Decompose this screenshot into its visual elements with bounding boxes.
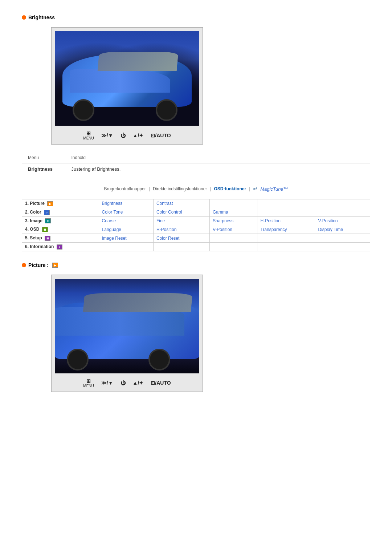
auto-icon-2: ⊡/AUTO	[151, 380, 171, 386]
empty-cell	[257, 208, 315, 216]
menu-label-2b: MENU	[83, 384, 94, 388]
sub-item-v-position[interactable]: V-Position	[315, 216, 370, 225]
brightness-button[interactable]: ▲/✦	[133, 133, 144, 138]
picture-section-header: Picture : ▶	[22, 262, 370, 268]
separator-2: |	[210, 186, 211, 191]
menu-label-4: 4. OSD	[25, 227, 39, 232]
brightness-button-2[interactable]: ▲/✦	[133, 380, 144, 386]
sub-item-display-time[interactable]: Display Time	[315, 225, 370, 234]
car-wheel-left-1	[73, 99, 94, 121]
osd-functions-table: 1. Picture ▶ Brightness Contrast 2. Colo…	[22, 199, 370, 251]
empty-cell	[210, 243, 257, 251]
monitor-display-2: ⊞ MENU ≫/▼ ⏻ ▲/✦ ⊡/AUTO	[51, 275, 203, 392]
separator-3: |	[249, 186, 250, 191]
sub-item-osd-h-position[interactable]: H-Position	[153, 225, 209, 234]
empty-cell	[99, 243, 153, 251]
table-header-row: Menu Indhold	[22, 152, 370, 163]
power-button[interactable]: ⏻	[121, 133, 126, 138]
menu-label-1: 1. Picture	[25, 201, 45, 206]
nav-link-3[interactable]: OSD-funktioner	[214, 186, 246, 191]
picture-icon: ▶	[47, 201, 53, 206]
sub-item-color-control[interactable]: Color Control	[153, 208, 209, 216]
osd-icon: ▣	[42, 227, 48, 232]
sub-item-coarse[interactable]: Coarse	[99, 216, 153, 225]
menu-item-label: Brightness	[22, 163, 66, 175]
empty-cell	[257, 243, 315, 251]
menu-cell-6: 6. Information i	[22, 243, 99, 251]
table-row: 3. Image ⊞ Coarse Fine Sharpness H-Posit…	[22, 216, 370, 225]
empty-cell	[257, 234, 315, 243]
empty-cell	[315, 208, 370, 216]
auto-icon: ⊡/AUTO	[151, 133, 171, 138]
car-wheel-right-2	[148, 349, 170, 370]
nav-arrow-icon: ↵	[253, 186, 257, 192]
info-table: Menu Indhold Brightness Justering af Bri…	[22, 152, 370, 175]
menu-button-2[interactable]: ⊞ MENU	[83, 378, 94, 388]
arrows-button-2[interactable]: ≫/▼	[101, 380, 113, 386]
auto-button[interactable]: ⊡/AUTO	[151, 133, 171, 138]
menu-cell-5: 5. Setup ⊞	[22, 234, 99, 243]
power-icon-2: ⏻	[121, 380, 126, 386]
monitor-controls-1: ⊞ MENU ≫/▼ ⏻ ▲/✦ ⊡/AUTO	[52, 130, 203, 140]
monitor-screen-1	[55, 31, 199, 126]
table-row: 1. Picture ▶ Brightness Contrast	[22, 199, 370, 208]
empty-cell	[257, 199, 315, 208]
menu-cell-2: 2. Color ○	[22, 208, 99, 216]
information-icon: i	[57, 244, 62, 250]
picture-title: Picture :	[28, 262, 49, 268]
empty-cell	[315, 243, 370, 251]
menu-cell-1: 1. Picture ▶	[22, 199, 99, 208]
auto-button-2[interactable]: ⊡/AUTO	[151, 380, 171, 386]
nav-link-2[interactable]: Direkte indstillingsfunktioner	[153, 186, 207, 191]
sub-item-transparency[interactable]: Transparency	[257, 225, 315, 234]
sub-item-gamma[interactable]: Gamma	[210, 208, 257, 216]
power-button-2[interactable]: ⏻	[121, 380, 126, 386]
menu-icon: ⊞	[86, 130, 91, 136]
sub-item-color-tone[interactable]: Color Tone	[99, 208, 153, 216]
brightness-section-header: Brightness	[22, 15, 370, 20]
menu-label-3: 3. Image	[25, 218, 42, 223]
car-windshield-1	[98, 52, 178, 71]
empty-cell	[210, 234, 257, 243]
bottom-border	[22, 403, 370, 407]
navigation-bar: Brugerkontrolknapper | Direkte indstilli…	[22, 186, 370, 192]
brightness-icon: ▲/✦	[133, 133, 144, 138]
table-content-row: Brightness Justering af Brightness.	[22, 163, 370, 175]
nav-link-1[interactable]: Brugerkontrolknapper	[104, 186, 146, 191]
arrows-icon-2: ≫/▼	[101, 380, 113, 386]
power-icon: ⏻	[121, 133, 126, 138]
arrows-button[interactable]: ≫/▼	[101, 133, 113, 138]
arrows-icon: ≫/▼	[101, 133, 113, 138]
image-icon: ⊞	[45, 218, 51, 223]
menu-button[interactable]: ⊞ MENU	[83, 130, 94, 140]
menu-label: MENU	[83, 136, 94, 140]
menu-label-2: 2. Color	[25, 210, 41, 215]
car-image-2	[55, 279, 199, 373]
orange-circle-icon-2	[22, 263, 26, 267]
col2-header: Indhold	[66, 152, 370, 163]
col1-header: Menu	[22, 152, 66, 163]
monitor-display-1: ⊞ MENU ≫/▼ ⏻ ▲/✦ ⊡/AUTO	[51, 27, 203, 145]
menu-item-description: Justering af Brightness.	[66, 163, 370, 175]
sub-item-language[interactable]: Language	[99, 225, 153, 234]
sub-item-fine[interactable]: Fine	[153, 216, 209, 225]
table-row: 4. OSD ▣ Language H-Position V-Position …	[22, 225, 370, 234]
color-icon: ○	[44, 210, 50, 215]
sub-item-brightness[interactable]: Brightness	[99, 199, 153, 208]
picture-icon-2: ▶	[52, 263, 58, 268]
magictune-logo[interactable]: MagicTune™	[260, 186, 288, 192]
empty-cell	[210, 199, 257, 208]
car-wheel-left-2	[67, 349, 89, 370]
menu-cell-4: 4. OSD ▣	[22, 225, 99, 234]
table-row: 5. Setup ⊞ Image Reset Color Reset	[22, 234, 370, 243]
sub-item-h-position[interactable]: H-Position	[257, 216, 315, 225]
brightness-icon-2: ▲/✦	[133, 380, 144, 386]
empty-cell	[315, 199, 370, 208]
sub-item-color-reset[interactable]: Color Reset	[153, 234, 209, 243]
sub-item-sharpness[interactable]: Sharpness	[210, 216, 257, 225]
sub-item-image-reset[interactable]: Image Reset	[99, 234, 153, 243]
sub-item-osd-v-position[interactable]: V-Position	[210, 225, 257, 234]
sub-item-contrast[interactable]: Contrast	[153, 199, 209, 208]
car-wheel-right-1	[156, 99, 177, 121]
menu-cell-3: 3. Image ⊞	[22, 216, 99, 225]
